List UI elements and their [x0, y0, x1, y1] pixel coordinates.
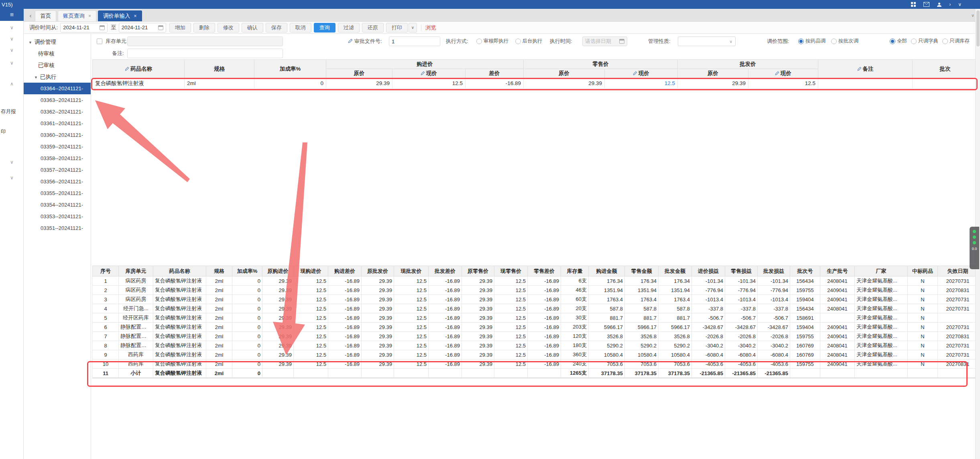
strip-chevron-icon[interactable]: ∨: [0, 159, 24, 165]
table-row[interactable]: 复合磷酸氢钾注射液 2ml 0 29.39 12.5 -16.89 29.39 …: [93, 78, 978, 89]
toolbar-button[interactable]: 取消: [290, 23, 311, 32]
date-to-input[interactable]: 2024-11-21: [119, 23, 166, 32]
toolbar-button[interactable]: 打印: [386, 23, 408, 32]
table-row[interactable]: 9西药库复合磷酸氢钾注射液2ml029.3912.5-16.8929.3912.…: [93, 350, 978, 359]
toolbar-button[interactable]: 过滤: [338, 23, 360, 32]
sidebar-doc-item[interactable]: 03355--20241121-: [24, 187, 91, 199]
tab-scroll-left-icon[interactable]: ‹: [26, 10, 35, 20]
left-icon-strip: ≡ ∨ ∨ ∨ ∨ ∧ 存月报 印 ∨ ∨: [0, 9, 24, 459]
strip-chevron-icon[interactable]: ∨: [0, 60, 24, 66]
date-from-label: 调价时间从:: [29, 24, 58, 31]
col-header: 零售损益: [725, 266, 758, 276]
tree-node-audited[interactable]: 已审核: [24, 59, 91, 71]
tree-node-executed[interactable]: ▼已执行: [24, 71, 91, 83]
radio-icon: [476, 39, 482, 44]
col-header: 生产批号: [820, 266, 855, 276]
user-icon[interactable]: [937, 2, 942, 7]
date-from-input[interactable]: 2024-11-21: [60, 23, 108, 32]
radio-option[interactable]: 后台执行: [515, 38, 543, 45]
col-header: 库存量: [561, 266, 589, 276]
apps-icon[interactable]: [911, 2, 916, 7]
sidebar-doc-item[interactable]: 03357--20241121-: [24, 164, 91, 176]
date-to-value: 2024-11-21: [122, 24, 148, 30]
radio-option[interactable]: 全部: [890, 38, 907, 45]
table-row[interactable]: 8静脉配置中心复合磷酸氢钾注射液2ml029.3912.5-16.8929.39…: [93, 341, 978, 350]
tab-close-icon[interactable]: ×: [88, 13, 91, 19]
tab[interactable]: 首页: [35, 10, 56, 21]
table-row[interactable]: 3病区药房复合磷酸氢钾注射液2ml029.3912.5-16.8929.3912…: [93, 295, 978, 304]
mgmt-type-select[interactable]: ∨: [678, 37, 736, 46]
toolbar-button[interactable]: 确认: [242, 23, 263, 32]
toolbar-button[interactable]: 修改: [218, 23, 239, 32]
detail-body: 1病区药房复合磷酸氢钾注射液2ml029.3912.5-16.8929.3912…: [93, 276, 978, 378]
radio-option[interactable]: 只调库存: [942, 38, 970, 45]
tab-close-icon[interactable]: ×: [134, 13, 137, 19]
tree-node-price-mgmt[interactable]: ▼调价管理: [24, 36, 91, 48]
chevron-down-icon[interactable]: ∨: [958, 2, 962, 7]
col-header-orig: 原价: [678, 69, 748, 78]
app-title: V15): [2, 2, 12, 8]
col-header: 购进差价: [328, 266, 362, 276]
sidebar-doc-item[interactable]: 03363--20241121-: [24, 94, 91, 106]
col-header-spec: 规格: [185, 60, 254, 78]
mail-icon[interactable]: [923, 2, 929, 7]
sidebar-doc-item[interactable]: 03359--20241121-: [24, 141, 91, 152]
floating-side-widget[interactable]: 0.0: [970, 227, 979, 269]
collapse-icon[interactable]: ›: [949, 2, 951, 7]
strip-chevron-icon[interactable]: ∨: [0, 175, 24, 181]
sidebar-doc-item[interactable]: 03354--20241121-: [24, 199, 91, 211]
tree-node-pending[interactable]: 待审核: [24, 48, 91, 59]
table-row[interactable]: 5经开区药库复合磷酸氢钾注射液2ml029.3912.5-16.8929.391…: [93, 313, 978, 323]
print-dropdown-icon[interactable]: ∨: [409, 23, 417, 32]
status-dot: [973, 236, 976, 239]
editable-cell[interactable]: 12.5: [605, 78, 678, 89]
radio-option[interactable]: 按药品调: [798, 38, 825, 45]
strip-chevron-icon[interactable]: ∨: [0, 25, 24, 30]
radio-option[interactable]: 只调字典: [911, 38, 938, 45]
radio-option[interactable]: 按批次调: [831, 38, 858, 45]
sidebar-doc-item[interactable]: 03351--20241121-: [24, 222, 91, 234]
sidebar-doc-item[interactable]: 03361--20241121-: [24, 118, 91, 129]
tab[interactable]: 调价单输入 ×: [98, 10, 142, 21]
sidebar-doc-item[interactable]: 03364--20241121-: [24, 83, 91, 94]
table-row[interactable]: 4经开门急...复合磷酸氢钾注射液2ml029.3912.5-16.8929.3…: [93, 304, 978, 313]
toolbar-button[interactable]: 增加: [169, 23, 191, 32]
tab[interactable]: 账页查询 ×: [58, 10, 96, 21]
table-row[interactable]: 2病区药房复合磷酸氢钾注射液2ml029.3912.5-16.8929.3912…: [93, 286, 978, 295]
stock-unit-checkbox[interactable]: [97, 39, 102, 44]
table-row[interactable]: 6静脉配置中心复合磷酸氢钾注射液2ml029.3912.5-16.8929.39…: [93, 323, 978, 332]
table-row[interactable]: 1病区药房复合磷酸氢钾注射液2ml029.3912.5-16.8929.3912…: [93, 276, 978, 286]
approval-no-label: 审批文件号:: [354, 38, 382, 45]
toolbar-button[interactable]: 删除: [193, 23, 215, 32]
table-row[interactable]: 10西药库复合磷酸氢钾注射液2ml029.3912.5-16.8929.3912…: [93, 359, 978, 369]
table-row[interactable]: 7静脉配置中心复合磷酸氢钾注射液2ml029.3912.5-16.8929.39…: [93, 332, 978, 341]
sidebar-doc-item[interactable]: 03358--20241121-: [24, 152, 91, 164]
toolbar-button[interactable]: 还原: [362, 23, 384, 32]
tab-overflow-icon[interactable]: ∨: [971, 13, 974, 18]
query-button[interactable]: 查询: [314, 23, 335, 32]
radio-option[interactable]: 审核即执行: [476, 38, 509, 45]
sidebar-doc-item[interactable]: 03362--20241121-: [24, 106, 91, 118]
remark-input[interactable]: [127, 49, 283, 58]
stock-unit-input[interactable]: [127, 37, 283, 46]
detail-header-row: 序号库房单元药品名称规格加成率%原购进价现购进价购进差价原批发价现批发价批发差价…: [93, 266, 978, 276]
strip-menu-label[interactable]: 存月报: [1, 108, 23, 115]
edit-icon: [857, 67, 862, 71]
toolbar-button[interactable]: 保存: [266, 23, 287, 32]
approval-no-input[interactable]: 1: [389, 37, 440, 46]
strip-menu-label[interactable]: 印: [1, 128, 23, 135]
hamburger-menu-icon[interactable]: ≡: [0, 9, 24, 21]
sidebar-doc-item[interactable]: 03356--20241121-: [24, 176, 91, 187]
sidebar-doc-item[interactable]: 03360--20241121-: [24, 129, 91, 141]
exec-time-input[interactable]: 请选择日期: [582, 37, 627, 46]
chevron-down-icon: ∨: [730, 39, 732, 44]
strip-chevron-up-icon[interactable]: ∧: [0, 81, 24, 87]
scrollbar-thumb[interactable]: [976, 10, 980, 47]
sidebar-doc-item[interactable]: 03353--20241121-: [24, 211, 91, 222]
caret-down-icon: ▼: [28, 41, 32, 45]
strip-chevron-icon[interactable]: ∨: [0, 36, 24, 42]
calendar-icon: [619, 39, 624, 44]
strip-chevron-icon[interactable]: ∨: [0, 47, 24, 53]
browse-link[interactable]: 浏览: [425, 24, 436, 31]
table-row[interactable]: 11小计复合磷酸氢钾注射液2ml01265支37178.3537178.3537…: [93, 369, 978, 378]
